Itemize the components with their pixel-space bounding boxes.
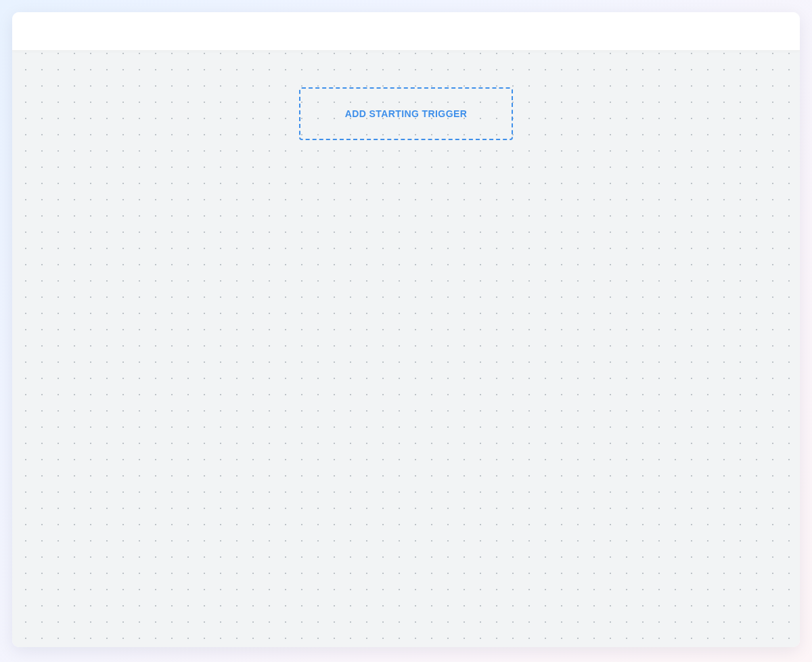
toolbar	[12, 12, 800, 51]
workflow-canvas[interactable]: ADD STARTING TRIGGER	[12, 51, 800, 647]
add-starting-trigger-label: ADD STARTING TRIGGER	[345, 108, 467, 119]
add-starting-trigger-button[interactable]: ADD STARTING TRIGGER	[299, 87, 513, 140]
workflow-editor-card: ADD STARTING TRIGGER	[12, 12, 800, 647]
